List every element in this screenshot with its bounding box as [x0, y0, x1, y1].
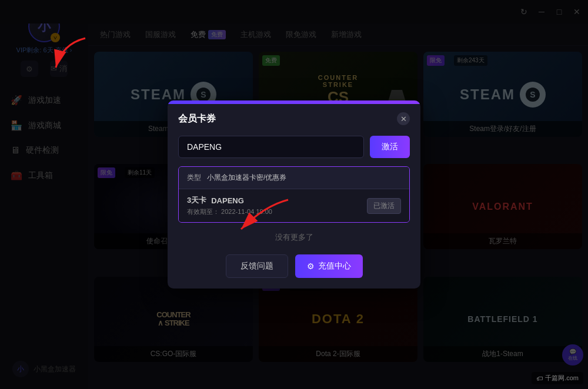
feedback-button[interactable]: 反馈问题 — [226, 254, 288, 278]
modal-title-bar: 会员卡券 ✕ — [168, 104, 420, 131]
type-value: 小黑盒加速器卡密/优惠券 — [207, 173, 286, 183]
voucher-row-info: 3天卡 DAPENG 有效期至： 2022-11-04 19:00 — [187, 195, 272, 216]
modal-overlay: 会员卡券 ✕ 激活 类型 小黑盒加速器卡密/优惠券 3天卡 DAPENG 有效期… — [0, 0, 588, 389]
watermark-text: 千篇网.com — [545, 374, 579, 383]
modal-close-button[interactable]: ✕ — [397, 112, 410, 125]
modal-title: 会员卡券 — [178, 113, 216, 125]
voucher-table: 类型 小黑盒加速器卡密/优惠券 3天卡 DAPENG 有效期至： 2022-11… — [178, 166, 410, 223]
recharge-button[interactable]: ⚙ 充值中心 — [295, 254, 363, 278]
watermark: 🏷 千篇网.com — [532, 372, 583, 384]
voucher-modal: 会员卡券 ✕ 激活 类型 小黑盒加速器卡密/优惠券 3天卡 DAPENG 有效期… — [168, 100, 420, 289]
voucher-input[interactable] — [178, 136, 364, 158]
type-label: 类型 — [187, 173, 201, 183]
voucher-table-header: 类型 小黑盒加速器卡密/优惠券 — [179, 167, 409, 189]
card-code: DAPENG — [211, 196, 244, 205]
no-more-text: 没有更多了 — [168, 223, 420, 252]
watermark-icon: 🏷 — [536, 375, 543, 382]
card-status-button[interactable]: 已激活 — [367, 198, 401, 214]
gear-icon: ⚙ — [307, 261, 315, 271]
activate-button[interactable]: 激活 — [370, 136, 410, 158]
card-days: 3天卡 — [187, 195, 206, 206]
modal-input-row: 激活 — [168, 131, 420, 166]
modal-footer: 反馈问题 ⚙ 充值中心 — [168, 252, 420, 289]
voucher-table-row: 3天卡 DAPENG 有效期至： 2022-11-04 19:00 已激活 — [179, 189, 409, 222]
card-date: 有效期至： 2022-11-04 19:00 — [187, 207, 272, 216]
